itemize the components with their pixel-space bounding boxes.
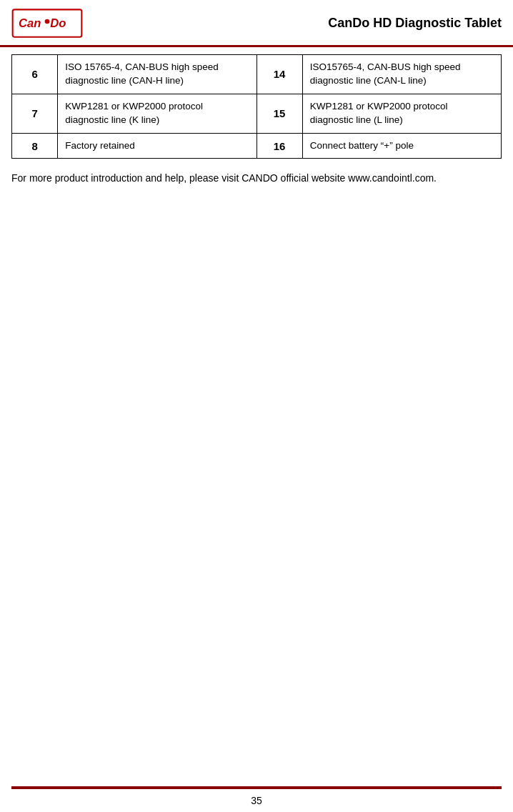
page-header: Can Do CanDo HD Diagnostic Tablet — [0, 0, 513, 47]
table-row: 8Factory retained16Connect battery “+” p… — [12, 133, 502, 159]
page-number: 35 — [0, 789, 513, 812]
pin-description-left: Factory retained — [58, 133, 256, 159]
svg-text:Do: Do — [50, 16, 66, 30]
table-row: 6ISO 15765-4, CAN-BUS high speed diagnos… — [12, 55, 502, 94]
logo: Can Do — [11, 7, 83, 39]
pin-description-left: KWP1281 or KWP2000 protocol diagnostic l… — [58, 94, 256, 133]
pin-description-right: ISO15765-4, CAN-BUS high speed diagnosti… — [302, 55, 501, 94]
pin-number-right: 15 — [256, 94, 302, 133]
footer-description: For more product introduction and help, … — [11, 170, 502, 186]
svg-text:Can: Can — [19, 16, 41, 30]
pin-description-left: ISO 15765-4, CAN-BUS high speed diagnost… — [58, 55, 256, 94]
pin-description-right: KWP1281 or KWP2000 protocol diagnostic l… — [302, 94, 501, 133]
table-row: 7KWP1281 or KWP2000 protocol diagnostic … — [12, 94, 502, 133]
pin-description-right: Connect battery “+” pole — [302, 133, 501, 159]
pin-number-left: 7 — [12, 94, 58, 133]
page-title: CanDo HD Diagnostic Tablet — [328, 16, 502, 31]
pin-number-right: 16 — [256, 133, 302, 159]
pin-number-left: 8 — [12, 133, 58, 159]
main-content: 6ISO 15765-4, CAN-BUS high speed diagnos… — [0, 47, 513, 194]
pin-table: 6ISO 15765-4, CAN-BUS high speed diagnos… — [11, 54, 502, 159]
pin-number-right: 14 — [256, 55, 302, 94]
svg-point-3 — [45, 19, 50, 24]
page-footer: 35 — [0, 786, 513, 812]
pin-number-left: 6 — [12, 55, 58, 94]
